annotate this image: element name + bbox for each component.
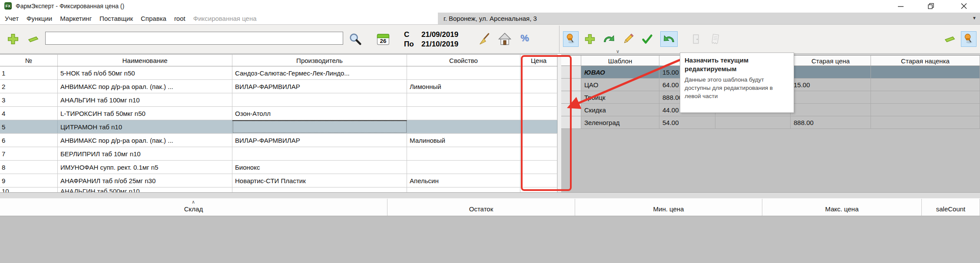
pin-button[interactable] (563, 31, 579, 47)
table-cell[interactable] (791, 91, 871, 104)
percent-icon[interactable]: % (520, 33, 529, 44)
table-cell[interactable]: АНАЛЬГИН таб 500мг n10 (58, 187, 232, 192)
table-cell[interactable]: Новартис-СТИ Пластик (232, 174, 407, 187)
table-cell[interactable]: 5 (0, 120, 58, 133)
table-cell[interactable]: ВИЛАР-ФАРМВИЛАР (232, 80, 407, 93)
menu-item-справка[interactable]: Справка (137, 15, 170, 22)
table-cell[interactable]: Бионокс (232, 161, 407, 174)
table-cell[interactable] (791, 66, 871, 79)
table-cell[interactable]: 8 (0, 161, 58, 174)
minimize-button[interactable] (893, 0, 908, 12)
table-cell[interactable]: 7 (0, 147, 58, 160)
remove-template-button[interactable] (942, 31, 957, 47)
table-cell[interactable]: 54.00 (659, 116, 715, 129)
table-cell[interactable] (715, 116, 791, 129)
table-cell[interactable]: Скидка (581, 104, 659, 116)
table-cell[interactable] (520, 107, 557, 120)
table-cell[interactable]: Лимонный (407, 80, 520, 93)
print-report-button[interactable] (707, 31, 723, 47)
remove-button[interactable] (25, 31, 41, 47)
table-cell[interactable] (520, 80, 557, 93)
column-header[interactable]: Мин. цена (575, 199, 762, 216)
table-cell[interactable]: АНАФРАНИЛ таб п/об 25мг n30 (58, 174, 232, 187)
table-cell[interactable] (232, 187, 407, 192)
table-cell[interactable] (232, 93, 407, 106)
table-row[interactable]: 9АНАФРАНИЛ таб п/об 25мг n30Новартис-СТИ… (0, 174, 557, 187)
add-button[interactable] (5, 31, 21, 47)
menu-item-функции[interactable]: Функции (23, 15, 56, 22)
column-header[interactable]: Производитель (232, 55, 407, 66)
calendar-button[interactable]: 26 (375, 31, 391, 47)
home-button[interactable] (497, 31, 513, 47)
redo-button[interactable] (601, 31, 617, 47)
table-cell[interactable] (232, 147, 407, 160)
table-cell[interactable] (561, 116, 581, 129)
table-cell[interactable] (407, 187, 520, 192)
column-header[interactable]: Цена (520, 55, 557, 66)
column-header[interactable]: Шаблон (581, 55, 659, 66)
column-header[interactable] (561, 55, 581, 66)
table-cell[interactable]: ВИЛАР-ФАРМВИЛАР (232, 134, 407, 147)
table-cell[interactable]: ЦАО (581, 79, 659, 91)
add-template-button[interactable] (582, 31, 598, 47)
table-row[interactable]: 4L-ТИРОКСИН таб 50мкг n50Озон-Атолл (0, 107, 557, 120)
table-cell[interactable] (407, 107, 520, 120)
table-cell[interactable] (520, 134, 557, 147)
edit-button[interactable] (620, 31, 636, 47)
table-cell[interactable] (407, 120, 520, 133)
menu-item-фиксированная-цена[interactable]: Фиксированная цена (189, 15, 261, 22)
table-cell[interactable] (520, 174, 557, 187)
table-cell[interactable]: БЕРЛИПРИЛ таб 10мг n10 (58, 147, 232, 160)
table-cell[interactable] (871, 79, 980, 91)
table-cell[interactable] (871, 66, 980, 79)
table-row[interactable]: 10АНАЛЬГИН таб 500мг n10 (0, 187, 557, 192)
table-row[interactable]: 6АНВИМАКС пор д/р-ра орал. (пак.) ...ВИЛ… (0, 134, 557, 147)
table-cell[interactable]: Сандоз-Салютас-Гермес-Лек-Линдо... (232, 66, 407, 79)
table-cell[interactable] (407, 93, 520, 106)
table-cell[interactable]: Апельсин (407, 174, 520, 187)
table-cell[interactable]: Озон-Атолл (232, 107, 407, 120)
table-cell[interactable]: 6 (0, 134, 58, 147)
search-button[interactable] (348, 31, 363, 47)
table-cell[interactable]: 10 (0, 187, 58, 192)
table-cell[interactable] (520, 120, 557, 133)
search-input[interactable] (45, 32, 343, 45)
table-row[interactable]: 15-НОК таб п/об 50мг n50Сандоз-Салютас-Г… (0, 66, 557, 80)
table-cell[interactable]: ЮВАО (581, 66, 659, 79)
table-cell[interactable] (561, 91, 581, 104)
column-header[interactable]: Старая цена (791, 55, 871, 66)
table-cell[interactable] (791, 104, 871, 116)
table-row[interactable]: 2АНВИМАКС пор д/р-ра орал. (пак.) ...ВИЛ… (0, 80, 557, 93)
table-row[interactable]: 7БЕРЛИПРИЛ таб 10мг n10 (0, 147, 557, 161)
table-cell[interactable] (871, 91, 980, 104)
table-cell[interactable]: 3 (0, 93, 58, 106)
clear-button[interactable] (476, 31, 492, 47)
table-cell[interactable]: ИМУНОФАН супп. рект. 0.1мг n5 (58, 161, 232, 174)
table-cell[interactable]: Зеленоград (581, 116, 659, 129)
table-row[interactable]: 8ИМУНОФАН супп. рект. 0.1мг n5Бионокс (0, 161, 557, 174)
pin-panel-button[interactable] (961, 31, 977, 47)
menu-item-root[interactable]: root (170, 15, 189, 22)
table-cell[interactable] (561, 66, 581, 79)
table-cell[interactable] (520, 147, 557, 160)
column-header[interactable]: Остаток (387, 199, 575, 216)
table-cell[interactable]: АНАЛЬГИН таб 100мг n10 (58, 93, 232, 106)
table-cell[interactable]: Малиновый (407, 134, 520, 147)
column-header[interactable]: № (0, 55, 58, 66)
template-row[interactable]: Зеленоград54.00888.00 (561, 116, 980, 129)
table-cell[interactable] (520, 66, 557, 79)
table-cell[interactable] (871, 104, 980, 116)
menu-item-маркетинг[interactable]: Маркетинг (56, 15, 96, 22)
menu-item-учет[interactable]: Учет (1, 15, 23, 22)
table-cell[interactable] (407, 147, 520, 160)
table-cell[interactable] (561, 79, 581, 91)
close-button[interactable] (957, 0, 971, 12)
column-header[interactable]: Наименование (58, 55, 232, 66)
exit-button[interactable] (688, 31, 704, 47)
table-row[interactable]: 3АНАЛЬГИН таб 100мг n10 (0, 93, 557, 107)
table-cell[interactable]: ЦИТРАМОН таб n10 (58, 120, 232, 133)
table-cell[interactable] (520, 161, 557, 174)
table-row[interactable]: 5ЦИТРАМОН таб n10 (0, 120, 557, 134)
table-cell[interactable]: 888.00 (791, 116, 871, 129)
restore-button[interactable] (924, 0, 938, 12)
